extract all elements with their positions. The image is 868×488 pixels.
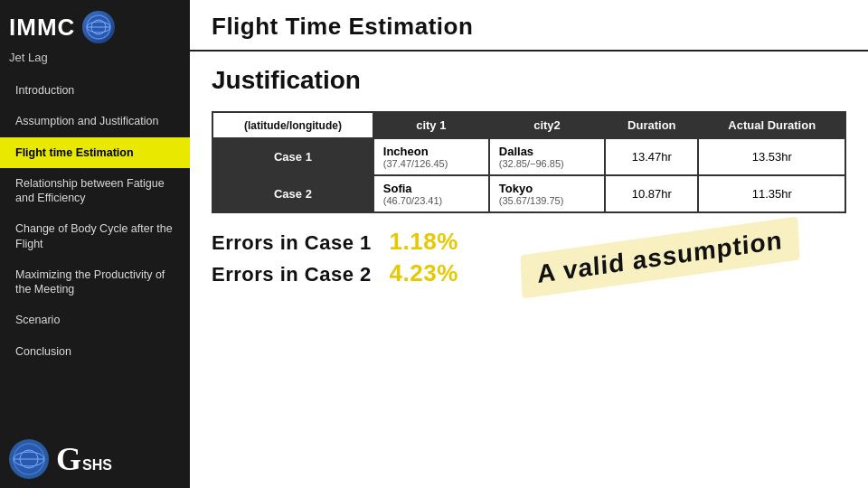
sidebar-header: IMMC [0, 0, 190, 51]
table-header-city2: city2 [489, 112, 605, 138]
sidebar-footer: G SHS [0, 430, 190, 488]
error-line-1: Errors in Case 1 1.18% [212, 228, 458, 256]
sidebar-item-conclusion[interactable]: Conclusion [0, 336, 190, 367]
table-cell-case1-duration: 13.47hr [605, 138, 698, 175]
main-header: Flight Time Estimation [190, 0, 868, 52]
sidebar-item-scenario[interactable]: Scenario [0, 305, 190, 335]
section-title: Justification [212, 66, 846, 95]
table-cell-case2-actual: 11.35hr [698, 175, 845, 212]
sidebar-footer-logo-icon [9, 439, 49, 479]
table-header-duration: Duration [605, 112, 698, 138]
error-value-1: 1.18% [390, 228, 458, 255]
sidebar-item-maximizing[interactable]: Maximizing the Productivity of the Meeti… [0, 259, 190, 305]
errors-section: Errors in Case 1 1.18% Errors in Case 2 … [212, 228, 846, 287]
case1-city1-name: Incheon [383, 145, 479, 158]
sidebar-subtitle: Jet Lag [0, 51, 190, 75]
case2-city1-coords: (46.70/23.41) [383, 195, 479, 206]
sidebar-footer-shs-text: SHS [82, 457, 112, 474]
case1-city1-coords: (37.47/126.45) [383, 158, 479, 169]
table-cell-case2-city2: Tokyo (35.67/139.75) [489, 175, 605, 212]
case2-city1-name: Sofia [383, 182, 479, 195]
sidebar-item-flight-time[interactable]: Flight time Estimation [0, 137, 190, 168]
error-value-2: 4.23% [390, 259, 458, 286]
case1-city2-coords: (32.85/−96.85) [499, 158, 595, 169]
error-line-2: Errors in Case 2 4.23% [212, 259, 458, 287]
table-row-case1: Case 1 Incheon (37.47/126.45) Dallas (32… [212, 138, 845, 175]
assumption-text: A valid assumption [520, 216, 799, 298]
sidebar-logo-text: IMMC [9, 14, 75, 42]
table-header-actual-duration: Actual Duration [698, 112, 845, 138]
table-cell-case2-duration: 10.87hr [605, 175, 698, 212]
errors-left: Errors in Case 1 1.18% Errors in Case 2 … [212, 228, 458, 287]
table-header-latlon: (latitude/longitude) [212, 112, 373, 138]
sidebar-item-relationship[interactable]: Relationship between Fatigue and Efficie… [0, 168, 190, 214]
table-header-city1: city 1 [373, 112, 489, 138]
table-cell-case1-actual: 13.53hr [698, 138, 845, 175]
error-label-2: Errors in Case 2 [212, 263, 372, 286]
main-content: Flight Time Estimation Justification (la… [190, 0, 868, 488]
case2-city2-name: Tokyo [499, 182, 595, 195]
sidebar-item-body-cycle[interactable]: Change of Body Cycle after the Flight [0, 213, 190, 259]
sidebar-footer-g-letter: G [56, 440, 81, 478]
table-cell-case1-city2: Dallas (32.85/−96.85) [489, 138, 605, 175]
table-row-case2: Case 2 Sofia (46.70/23.41) Tokyo (35.67/… [212, 175, 845, 212]
table-cell-case1-label: Case 1 [212, 138, 373, 175]
sidebar-item-introduction[interactable]: Introduction [0, 75, 190, 106]
main-body: Justification (latitude/longitude) city … [190, 52, 868, 488]
table-cell-case2-city1: Sofia (46.70/23.41) [373, 175, 489, 212]
error-label-1: Errors in Case 1 [212, 231, 372, 254]
sidebar-nav: Introduction Assumption and Justificatio… [0, 75, 190, 430]
page-title: Flight Time Estimation [212, 13, 473, 41]
case2-city2-coords: (35.67/139.75) [499, 195, 595, 206]
table-cell-case2-label: Case 2 [212, 175, 373, 212]
sidebar-item-assumption[interactable]: Assumption and Justification [0, 106, 190, 136]
data-table: (latitude/longitude) city 1 city2 Durati… [212, 111, 846, 213]
assumption-badge: A valid assumption [473, 236, 846, 279]
sidebar-logo-icon [82, 11, 115, 43]
sidebar: IMMC Jet Lag Introduction Assumption and… [0, 0, 190, 488]
case1-city2-name: Dallas [499, 145, 595, 158]
table-cell-case1-city1: Incheon (37.47/126.45) [373, 138, 489, 175]
